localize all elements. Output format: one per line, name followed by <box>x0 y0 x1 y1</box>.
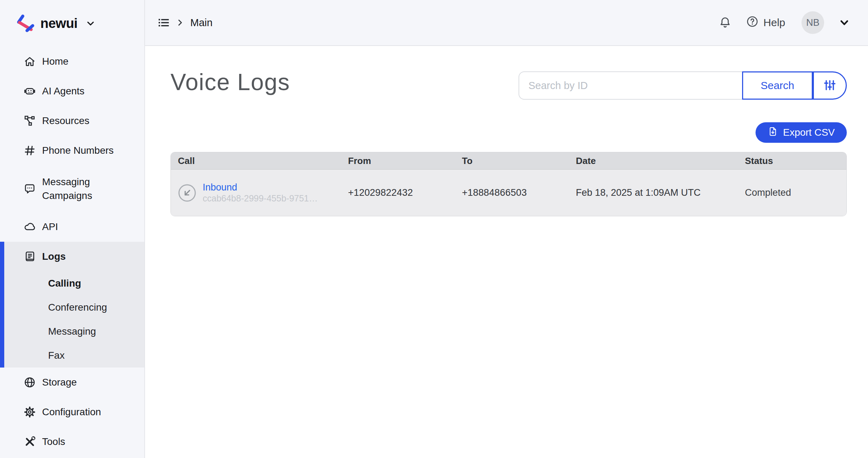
sidebar-subitem-calling[interactable]: Calling <box>4 271 144 295</box>
page-title: Voice Logs <box>170 69 290 95</box>
sidebar-item-logs[interactable]: Logs <box>4 242 144 271</box>
search-input[interactable] <box>519 71 742 100</box>
sidebar-item-label: Phone Numbers <box>42 145 114 156</box>
sidebar-subitem-label: Messaging <box>48 326 96 337</box>
title-row: Voice Logs Search <box>170 67 847 100</box>
sidebar-nav: Home AI Agents Resources <box>0 47 144 457</box>
nodes-icon <box>23 114 36 127</box>
tools-icon <box>23 435 36 448</box>
table-row[interactable]: Inbound ccab64b8-2999-455b-9751… +120298… <box>171 170 846 216</box>
topbar: Main Help NB <box>145 0 868 46</box>
column-header-status: Status <box>745 155 846 166</box>
sidebar-item-label: AI Agents <box>42 86 85 97</box>
sliders-icon <box>823 78 837 93</box>
home-icon <box>23 55 36 68</box>
help-label: Help <box>763 17 785 29</box>
export-csv-button[interactable]: Export CSV <box>756 122 847 143</box>
from-number: +12029822432 <box>348 187 462 198</box>
sidebar: newui Home AI Agents <box>0 0 145 458</box>
sidebar-logs-group: Logs Calling Conferencing Messaging Fax <box>0 242 144 368</box>
app-root: newui Home AI Agents <box>0 0 868 458</box>
content: Voice Logs Search Export CSV <box>145 46 868 458</box>
column-header-from: From <box>348 155 462 166</box>
question-circle-icon <box>746 15 759 30</box>
column-header-call: Call <box>171 155 348 166</box>
hash-icon <box>23 144 36 157</box>
chevron-right-icon <box>175 18 185 27</box>
sidebar-item-label: Home <box>42 56 69 67</box>
breadcrumb-current[interactable]: Main <box>190 17 213 29</box>
list-icon[interactable] <box>157 16 170 29</box>
sidebar-item-configuration[interactable]: Configuration <box>0 397 144 427</box>
sidebar-subitem-label: Conferencing <box>48 302 107 313</box>
sidebar-subitem-fax[interactable]: Fax <box>4 344 144 368</box>
export-csv-label: Export CSV <box>783 127 835 138</box>
sidebar-item-home[interactable]: Home <box>0 47 144 76</box>
inbound-arrow-icon <box>178 184 196 202</box>
export-row: Export CSV <box>170 122 847 143</box>
call-cell: Inbound ccab64b8-2999-455b-9751… <box>171 182 348 204</box>
gear-icon <box>23 406 36 418</box>
file-download-icon <box>768 126 778 139</box>
bell-icon <box>718 16 732 30</box>
brand-name: newui <box>40 16 77 31</box>
search-button[interactable]: Search <box>742 71 813 100</box>
topbar-actions: Help NB <box>718 11 850 34</box>
breadcrumb: Main <box>157 16 213 29</box>
call-date: Feb 18, 2025 at 1:09AM UTC <box>576 187 745 198</box>
search-group: Search <box>519 71 847 100</box>
sidebar-item-ai-agents[interactable]: AI Agents <box>0 76 144 106</box>
help-button[interactable]: Help <box>746 15 785 30</box>
sidebar-subitem-label: Fax <box>48 350 65 361</box>
sidebar-subitem-messaging[interactable]: Messaging <box>4 319 144 344</box>
sidebar-item-label: Messaging Campaigns <box>42 175 118 202</box>
user-menu-chevron-icon[interactable] <box>838 17 850 29</box>
sidebar-item-messaging-campaigns[interactable]: Messaging Campaigns <box>0 165 144 212</box>
sidebar-item-tools[interactable]: Tools <box>0 427 144 457</box>
sidebar-subitem-conferencing[interactable]: Conferencing <box>4 295 144 319</box>
column-header-to: To <box>462 155 576 166</box>
sidebar-item-label: Logs <box>42 251 66 262</box>
call-id: ccab64b8-2999-455b-9751… <box>203 193 318 203</box>
voice-logs-table: Call From To Date Status Inbound ccab64b… <box>170 152 847 216</box>
sidebar-item-resources[interactable]: Resources <box>0 106 144 136</box>
main-area: Main Help NB <box>145 0 868 458</box>
chevron-down-icon <box>85 18 96 29</box>
avatar-initials: NB <box>806 17 820 28</box>
sidebar-subitem-label: Calling <box>48 278 81 289</box>
sidebar-item-label: Resources <box>42 115 89 127</box>
sidebar-item-label: Storage <box>42 377 77 388</box>
journal-icon <box>23 250 36 263</box>
status-value: Completed <box>745 187 846 198</box>
sidebar-item-label: Configuration <box>42 406 101 418</box>
call-direction-link[interactable]: Inbound <box>203 182 318 193</box>
workspace-switcher[interactable]: newui <box>0 0 144 47</box>
filter-button[interactable] <box>813 71 847 100</box>
newui-logo-icon <box>16 13 35 33</box>
cloud-icon <box>23 221 36 233</box>
globe-icon <box>23 376 36 389</box>
sidebar-item-storage[interactable]: Storage <box>0 368 144 397</box>
sidebar-item-api[interactable]: API <box>0 212 144 242</box>
sidebar-item-phone-numbers[interactable]: Phone Numbers <box>0 136 144 165</box>
sidebar-item-label: API <box>42 221 58 233</box>
sidebar-item-label: Tools <box>42 436 65 447</box>
chat-bubble-icon <box>23 182 36 195</box>
column-header-date: Date <box>576 155 745 166</box>
robot-icon <box>23 85 36 98</box>
notifications-button[interactable] <box>718 16 732 30</box>
table-header: Call From To Date Status <box>171 152 846 170</box>
avatar[interactable]: NB <box>802 11 824 34</box>
to-number: +18884866503 <box>462 187 576 198</box>
